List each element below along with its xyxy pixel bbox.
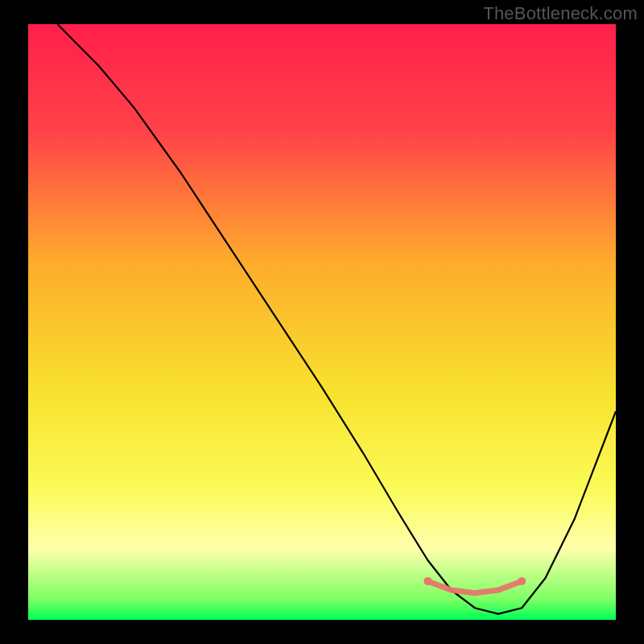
chart-frame: TheBottleneck.com (0, 0, 644, 644)
plot-area (28, 24, 616, 620)
svg-point-0 (423, 577, 431, 585)
gradient-background (28, 24, 616, 620)
chart-svg (28, 24, 616, 620)
watermark-text: TheBottleneck.com (483, 3, 638, 24)
svg-point-1 (518, 577, 526, 585)
